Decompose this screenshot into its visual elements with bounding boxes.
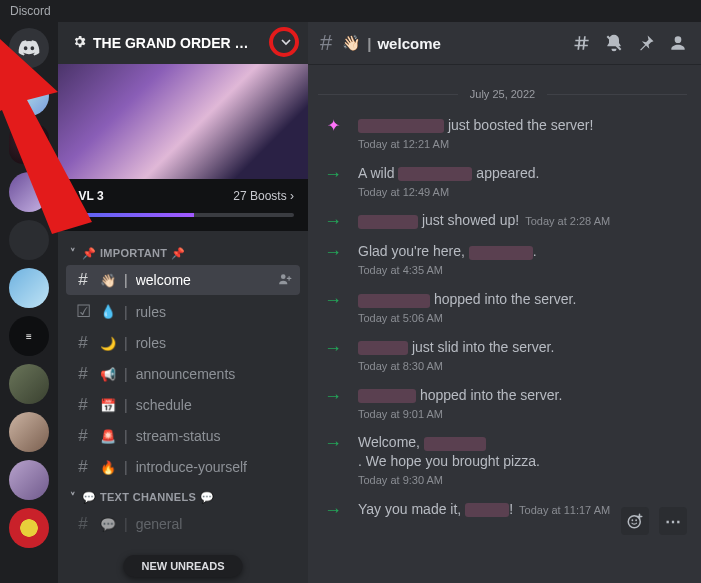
system-text: Yay you made it, ! [358, 501, 513, 517]
add-reaction-button[interactable] [621, 507, 649, 535]
svg-point-3 [631, 519, 633, 521]
system-text: A wild appeared. [358, 165, 539, 181]
hash-icon: # [74, 333, 92, 353]
timestamp: Today at 12:21 AM [358, 137, 685, 152]
join-arrow-icon: → [320, 243, 346, 261]
channel-stream-status[interactable]: #🚨|stream-status [66, 421, 300, 451]
channel-general[interactable]: #💬|general [66, 509, 300, 539]
server-header[interactable]: THE GRAND ORDER … [58, 22, 308, 64]
channel-label: schedule [136, 397, 292, 413]
channel-introduce-yourself[interactable]: #🔥|introduce-yourself [66, 452, 300, 482]
redacted-username [358, 389, 416, 403]
join-message[interactable]: → hopped into the server.Today at 5:06 A… [318, 284, 687, 332]
more-button[interactable]: ⋯ [659, 507, 687, 535]
message-list: July 25, 2022 ✦ just boosted the server!… [308, 64, 701, 583]
channel-label: general [136, 516, 292, 532]
timestamp: Today at 12:49 AM [358, 185, 685, 200]
channel-welcome[interactable]: #👋🏻|welcome [66, 265, 300, 295]
new-unreads-pill[interactable]: NEW UNREADS [123, 555, 242, 577]
join-message[interactable]: →A wild appeared.Today at 12:49 AM [318, 158, 687, 206]
channel-schedule[interactable]: #📅|schedule [66, 390, 300, 420]
hash-icon: # [74, 514, 92, 534]
server-icon[interactable] [9, 220, 49, 260]
create-invite-icon[interactable] [278, 272, 292, 289]
boost-message[interactable]: ✦ just boosted the server!Today at 12:21… [318, 110, 687, 158]
channel-emoji: 🔥 [100, 460, 116, 475]
redacted-username [424, 437, 486, 451]
join-arrow-icon: → [320, 434, 346, 452]
channel-label: announcements [136, 366, 292, 382]
server-icon[interactable] [9, 460, 49, 500]
server-icon[interactable] [9, 364, 49, 404]
category-header[interactable]: ˅💬 TEXT CHANNELS 💬 [64, 483, 302, 508]
server-icon[interactable] [9, 268, 49, 308]
hash-icon: # [74, 270, 92, 290]
timestamp: Today at 5:06 AM [358, 311, 685, 326]
boost-icon: ✦ [320, 116, 346, 135]
server-icon[interactable] [9, 76, 49, 116]
channel-emoji: 🌙 [100, 336, 116, 351]
main-area: # 👋🏻| welcome July 25, 2022 ✦ just boost… [308, 22, 701, 583]
notifications-icon[interactable] [603, 32, 625, 54]
svg-point-4 [635, 519, 637, 521]
channel-sidebar: THE GRAND ORDER … LVL 3 27 Boosts › ˅📌 I… [58, 22, 308, 583]
boost-count: 27 Boosts [233, 189, 286, 203]
pin-icon[interactable] [635, 32, 657, 54]
join-message[interactable]: → just showed up!Today at 2:28 AM [318, 205, 687, 236]
chevron-down-icon [278, 34, 294, 53]
message-actions: ⋯ [621, 507, 687, 535]
system-text: Welcome, . We hope you brought pizza. [358, 434, 540, 469]
timestamp: Today at 4:35 AM [358, 263, 685, 278]
redacted-username [358, 341, 408, 355]
hash-icon: # [320, 30, 332, 56]
boost-level: LVL 3 [72, 189, 104, 203]
system-text: just boosted the server! [358, 117, 593, 133]
channel-emoji: 👋🏻 [100, 273, 116, 288]
join-message[interactable]: →Glad you're here, .Today at 4:35 AM [318, 236, 687, 284]
server-icon[interactable]: ≡ [9, 316, 49, 356]
channel-list: ˅📌 IMPORTANT 📌#👋🏻|welcome☑💧|rules#🌙|role… [58, 231, 308, 583]
channel-emoji: 📅 [100, 398, 116, 413]
titlebar: Discord [0, 0, 701, 22]
join-arrow-icon: → [320, 165, 346, 183]
date-divider: July 25, 2022 [318, 88, 687, 100]
channel-rules[interactable]: ☑💧|rules [66, 296, 300, 327]
chevron-down-icon: ˅ [70, 247, 76, 260]
join-message[interactable]: → hopped into the server.Today at 9:01 A… [318, 380, 687, 428]
timestamp: Today at 11:17 AM [519, 504, 610, 516]
join-arrow-icon: → [320, 387, 346, 405]
channel-topbar: # 👋🏻| welcome [308, 22, 701, 64]
system-text: hopped into the server. [358, 387, 562, 403]
chevron-right-icon: › [290, 189, 294, 203]
join-message[interactable]: →Welcome, . We hope you brought pizza.To… [318, 427, 687, 494]
svg-point-2 [628, 516, 640, 528]
threads-icon[interactable] [571, 32, 593, 54]
redacted-username [358, 119, 444, 133]
hash-icon: # [74, 457, 92, 477]
server-icon[interactable] [9, 172, 49, 212]
system-text: just slid into the server. [358, 339, 554, 355]
channel-label: introduce-yourself [136, 459, 292, 475]
home-button[interactable] [9, 28, 49, 68]
join-arrow-icon: → [320, 212, 346, 230]
channel-roles[interactable]: #🌙|roles [66, 328, 300, 358]
channel-announcements[interactable]: #📢|announcements [66, 359, 300, 389]
system-text: Glad you're here, . [358, 243, 537, 259]
channel-label: rules [136, 304, 292, 320]
wave-icon: 👋🏻 [342, 34, 361, 52]
category-header[interactable]: ˅📌 IMPORTANT 📌 [64, 239, 302, 264]
server-icon[interactable] [9, 412, 49, 452]
channel-emoji: 💬 [100, 517, 116, 532]
boost-panel[interactable]: LVL 3 27 Boosts › [58, 179, 308, 231]
discord-logo-icon [18, 37, 40, 59]
svg-point-0 [281, 274, 286, 279]
channel-emoji: 💧 [100, 304, 116, 319]
server-icon[interactable] [9, 124, 49, 164]
gear-icon [72, 34, 87, 52]
channel-title: welcome [377, 35, 440, 52]
hash-icon: # [74, 364, 92, 384]
redacted-username [469, 246, 533, 260]
server-icon[interactable] [9, 508, 49, 548]
join-message[interactable]: → just slid into the server.Today at 8:3… [318, 332, 687, 380]
members-icon[interactable] [667, 32, 689, 54]
